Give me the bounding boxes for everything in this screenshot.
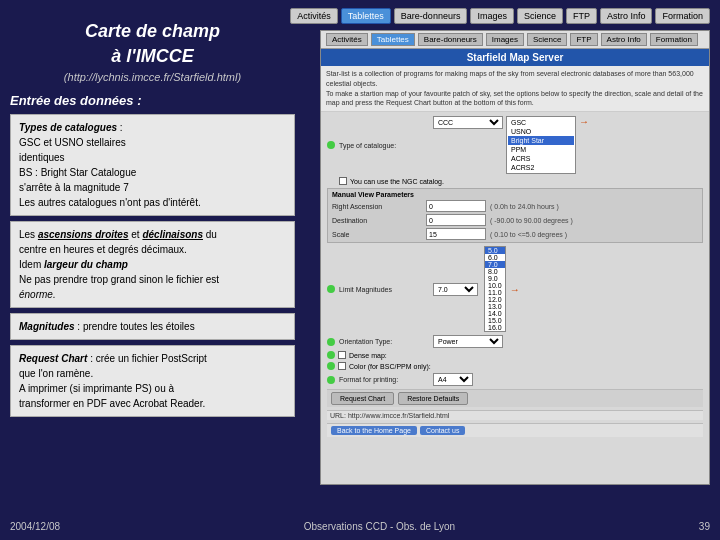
ss-option-brightstar[interactable]: Bright Star: [508, 136, 574, 145]
ss-server-title: Starfield Map Server: [321, 49, 709, 66]
ss-dec-input[interactable]: [426, 214, 486, 226]
nav-formation[interactable]: Formation: [655, 8, 710, 24]
right-panel-screenshot: Activités Tablettes Bare-donneurs Images…: [320, 30, 710, 485]
content-box-coords: Les ascensions droites et déclinaisons d…: [10, 221, 295, 308]
coord-desc4: énorme.: [19, 289, 56, 300]
ss-contact-button[interactable]: Contact us: [420, 426, 465, 435]
bottom-bar: 2004/12/08 Observations CCD - Obs. de Ly…: [10, 521, 710, 532]
ss-color-checkbox[interactable]: [338, 362, 346, 370]
ss-tab4[interactable]: Images: [486, 33, 524, 46]
ss-mag-item-70[interactable]: 7.0: [485, 261, 505, 268]
content-box-request: Request Chart : crée un fichier PostScri…: [10, 345, 295, 417]
ss-dense-checkbox[interactable]: [338, 351, 346, 359]
ss-mag-item-150[interactable]: 15.0: [485, 317, 505, 324]
ss-url-bar: URL: http://www.imcce.fr/Starfield.html: [327, 410, 703, 420]
ss-mag-item-90[interactable]: 9.0: [485, 275, 505, 282]
ss-orientation-label: Orientation Type:: [339, 338, 429, 345]
ss-back-home-button[interactable]: Back to the Home Page: [331, 426, 417, 435]
ss-tab8[interactable]: Formation: [650, 33, 698, 46]
magnitude-label: Magnitudes: [19, 321, 75, 332]
coord-desc2: Idem largeur du champ: [19, 259, 128, 270]
catalogue-desc3: BS : Entrée des données :Bright Star Cat…: [19, 167, 136, 178]
ss-option-usno[interactable]: USNO: [508, 127, 574, 136]
ss-dec-row: Destination ( -90.00 to 90.00 degrees ): [332, 214, 698, 226]
nav-tablettes[interactable]: Tablettes: [341, 8, 391, 24]
ss-magnitude-label: Limit Magnitudes: [339, 286, 429, 293]
content-box-magnitudes: Magnitudes : prendre toutes les étoiles: [10, 313, 295, 340]
ss-description: Star-list is a collection of programs fo…: [321, 66, 709, 112]
ss-action-buttons: Request Chart Restore Defaults: [327, 389, 703, 407]
ss-dense-row: Dense map:: [327, 351, 703, 359]
ss-tab6[interactable]: FTP: [570, 33, 597, 46]
request-desc4: transformer en PDF avec Acrobat Reader.: [19, 398, 205, 409]
ss-tab3[interactable]: Bare-donneurs: [418, 33, 483, 46]
ss-magnitude-list: 5.0 6.0 7.0 8.0 9.0 10.0 11.0 12.0 13.0 …: [484, 246, 506, 332]
coord-label: Les ascensions droites et déclinaisons d…: [19, 229, 217, 240]
left-panel: Carte de champ à l'IMCCE (http://lychnis…: [10, 5, 295, 535]
ss-format-select[interactable]: A4: [433, 373, 473, 386]
ss-tab2[interactable]: Tablettes: [371, 33, 415, 46]
ss-scale-range: ( 0.10 to <=5.0 degrees ): [490, 231, 567, 238]
ss-mag-item-60[interactable]: 6.0: [485, 254, 505, 261]
catalogue-desc2: identiques: [19, 152, 65, 163]
ss-scale-input[interactable]: [426, 228, 486, 240]
ss-mag-item-80[interactable]: 8.0: [485, 268, 505, 275]
ss-orientation-select[interactable]: Power: [433, 335, 503, 348]
ss-dec-range: ( -90.00 to 90.00 degrees ): [490, 217, 573, 224]
ss-mag-item-110[interactable]: 11.0: [485, 289, 505, 296]
ss-mag-item-130[interactable]: 13.0: [485, 303, 505, 310]
ss-color-row: Color (for BSC/PPM only):: [327, 362, 703, 370]
ss-mag-item-50[interactable]: 5.0: [485, 247, 505, 254]
ss-tab5[interactable]: Science: [527, 33, 567, 46]
catalogue-desc1: GSC et USNO stellaires: [19, 137, 126, 148]
request-desc2: que l'on ramène.: [19, 368, 93, 379]
ss-color-label: Color (for BSC/PPM only):: [349, 363, 431, 370]
ss-manual-view-title: Manual View Parameters: [332, 191, 698, 198]
ss-browser-tabs: Activités Tablettes Bare-donneurs Images…: [321, 31, 709, 49]
ss-catalogue-select[interactable]: GSC USNO CCC: [433, 116, 503, 129]
footer-center: Observations CCD - Obs. de Lyon: [304, 521, 455, 532]
ss-ra-row: Right Ascension ( 0.0h to 24.0h hours ): [332, 200, 698, 212]
section-entree-title: Entrée des données :: [10, 93, 295, 108]
ss-restore-defaults-button[interactable]: Restore Defaults: [398, 392, 468, 405]
ss-ngc-checkbox[interactable]: [339, 177, 347, 185]
ss-ra-input[interactable]: [426, 200, 486, 212]
ss-request-chart-button[interactable]: Request Chart: [331, 392, 394, 405]
catalogue-desc5: Les autres catalogues n'ont pas d'intérê…: [19, 197, 201, 208]
slide-container: Activités Tablettes Bare-donneurs Images…: [0, 0, 720, 540]
ss-mag-item-120[interactable]: 12.0: [485, 296, 505, 303]
ss-option-ppm[interactable]: PPM: [508, 145, 574, 154]
footer-date: 2004/12/08: [10, 521, 60, 532]
nav-science[interactable]: Science: [517, 8, 563, 24]
ss-ngc-row: You can use the NGC catalog.: [339, 177, 703, 185]
request-label: Request Chart: [19, 353, 87, 364]
ss-option-acrs2[interactable]: ACRS2: [508, 163, 574, 172]
ss-scale-row: Scale ( 0.10 to <=5.0 degrees ): [332, 228, 698, 240]
ss-scale-label: Scale: [332, 231, 422, 238]
slide-title-line2: à l'IMCCE: [10, 45, 295, 68]
nav-bare-donneurs[interactable]: Bare-donneurs: [394, 8, 468, 24]
ss-green-dot-format: [327, 376, 335, 384]
coord-desc3: Ne pas prendre trop grand sinon le fichi…: [19, 274, 219, 285]
ss-mag-item-140[interactable]: 14.0: [485, 310, 505, 317]
nav-ftp[interactable]: FTP: [566, 8, 597, 24]
nav-activites[interactable]: Activités: [290, 8, 338, 24]
ss-arrow-catalogue: →: [579, 116, 589, 127]
top-nav: Activités Tablettes Bare-donneurs Images…: [290, 8, 710, 24]
ss-mag-item-100[interactable]: 10.0: [485, 282, 505, 289]
nav-astro-info[interactable]: Astro Info: [600, 8, 653, 24]
ss-magnitude-select[interactable]: 7.0: [433, 283, 478, 296]
catalogue-type-label: Types de catalogues: [19, 122, 117, 133]
ss-format-label: Format for printing:: [339, 376, 429, 383]
ss-catalogue-label: Type of catalogue:: [339, 142, 429, 149]
ss-option-acrs[interactable]: ACRS: [508, 154, 574, 163]
ss-manual-view-section: Manual View Parameters Right Ascension (…: [327, 188, 703, 243]
ss-option-gsc[interactable]: GSC: [508, 118, 574, 127]
ss-green-dot-dense: [327, 351, 335, 359]
ss-tab7[interactable]: Astro Info: [601, 33, 647, 46]
ss-ngc-label: You can use the NGC catalog.: [350, 178, 444, 185]
slide-subtitle: (http://lychnis.imcce.fr/Starfield.html): [10, 71, 295, 83]
nav-images[interactable]: Images: [470, 8, 514, 24]
ss-mag-item-160[interactable]: 16.0: [485, 324, 505, 331]
ss-tab1[interactable]: Activités: [326, 33, 368, 46]
